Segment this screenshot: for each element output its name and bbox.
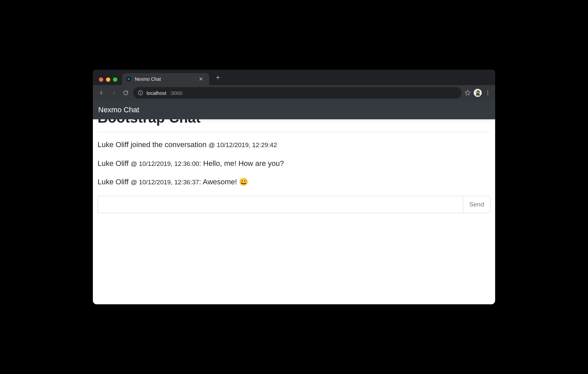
forward-button[interactable] xyxy=(109,88,118,98)
favicon-icon xyxy=(126,76,131,82)
address-bar[interactable]: localhost:3000 xyxy=(133,87,462,99)
message-timestamp: @ 10/12/2019, 12:36:00 xyxy=(131,160,199,167)
tab-title: Nexmo Chat xyxy=(135,76,194,82)
svg-point-7 xyxy=(487,92,488,94)
chat-message: Luke Oliff joined the conversation @ 10/… xyxy=(98,140,490,150)
url-port: :3000 xyxy=(170,90,182,96)
back-button[interactable] xyxy=(97,88,106,98)
message-user: Luke Oliff xyxy=(98,159,129,168)
message-timestamp: @ 10/12/2019, 12:29:42 xyxy=(209,141,277,148)
close-window-icon[interactable] xyxy=(99,77,103,82)
fullscreen-window-icon[interactable] xyxy=(113,77,117,82)
compose-row: Send xyxy=(98,196,490,213)
browser-menu-button[interactable] xyxy=(484,90,491,96)
page-content: Bootstrap Chat Luke Oliff joined the con… xyxy=(93,119,495,219)
profile-avatar[interactable]: 🥷 xyxy=(474,89,482,97)
message-input[interactable] xyxy=(98,196,463,213)
send-button[interactable]: Send xyxy=(463,196,490,213)
svg-point-8 xyxy=(487,94,488,95)
arrow-right-icon xyxy=(111,90,117,96)
message-verb: joined the conversation xyxy=(129,140,209,149)
site-info-icon[interactable] xyxy=(138,90,143,96)
message-list: Luke Oliff joined the conversation @ 10/… xyxy=(98,140,490,187)
new-tab-button[interactable]: ＋ xyxy=(212,71,224,85)
star-icon xyxy=(464,89,471,96)
svg-point-2 xyxy=(128,79,129,80)
close-tab-icon[interactable]: ✕ xyxy=(197,75,204,83)
tabstrip: Nexmo Chat ✕ ＋ xyxy=(93,70,495,85)
message-timestamp: @ 10/12/2019, 12:36:37 xyxy=(131,179,199,186)
message-user: Luke Oliff xyxy=(98,178,129,186)
chat-message: Luke Oliff @ 10/12/2019, 12:36:37: Aweso… xyxy=(98,177,490,187)
reload-button[interactable] xyxy=(121,88,130,98)
reload-icon xyxy=(123,90,129,96)
message-text: : Awesome! 😀 xyxy=(199,178,248,186)
svg-rect-5 xyxy=(140,91,141,92)
message-user: Luke Oliff xyxy=(98,140,129,149)
titlebar: Nexmo Chat ✕ ＋ localhost:3000 xyxy=(93,70,495,101)
kebab-icon xyxy=(485,90,491,96)
minimize-window-icon[interactable] xyxy=(106,77,110,82)
svg-rect-4 xyxy=(140,92,141,94)
arrow-left-icon xyxy=(99,90,105,96)
message-text: : Hello, me! How are you? xyxy=(199,159,284,168)
app-navbar: Nexmo Chat xyxy=(93,101,495,119)
toolbar: localhost:3000 🥷 xyxy=(93,85,495,101)
browser-window: Nexmo Chat ✕ ＋ localhost:3000 xyxy=(93,70,495,304)
chat-message: Luke Oliff @ 10/12/2019, 12:36:00: Hello… xyxy=(98,159,490,169)
window-controls xyxy=(97,77,119,85)
navbar-brand: Nexmo Chat xyxy=(98,106,139,114)
svg-point-6 xyxy=(487,90,488,91)
bookmark-button[interactable] xyxy=(464,89,471,96)
browser-tab[interactable]: Nexmo Chat ✕ xyxy=(122,73,209,85)
url-host: localhost xyxy=(146,90,166,96)
page: Nexmo Chat Bootstrap Chat Luke Oliff joi… xyxy=(93,101,495,304)
divider xyxy=(98,132,490,132)
